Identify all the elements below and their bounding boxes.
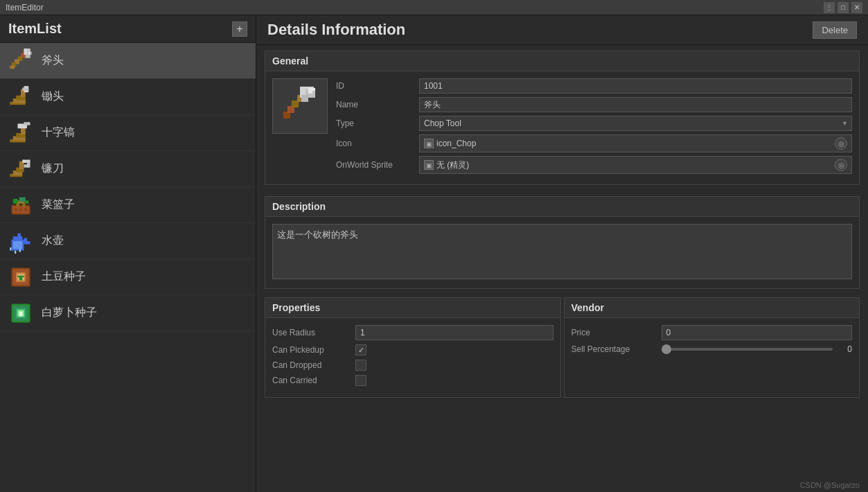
title-bar-restore-btn[interactable]: □ — [838, 2, 849, 13]
can-pickedup-label: Can Pickedup — [272, 345, 355, 355]
footer-text: CSDN @Sugarzo — [800, 481, 860, 489]
item-icon-sickle — [8, 157, 33, 182]
item-icon-axe — [8, 49, 33, 73]
svg-rect-44 — [13, 241, 23, 249]
vendor-row-sell-pct: Sell Percentage 0 — [572, 344, 853, 354]
general-section: General — [265, 51, 860, 185]
item-label-7: 白萝卜种子 — [42, 306, 97, 320]
description-textarea[interactable] — [272, 224, 852, 279]
can-dropped-checkbox[interactable] — [355, 360, 366, 371]
title-bar-close-btn[interactable]: ✕ — [851, 2, 862, 13]
general-fields: ID Name Type — [336, 78, 852, 177]
prop-row-can-dropped: Can Dropped — [272, 360, 553, 371]
properties-section-title: Properties — [265, 298, 560, 318]
footer: CSDN @Sugarzo — [800, 481, 860, 489]
delete-button[interactable]: Delete — [813, 21, 857, 39]
icon-select-field[interactable]: ▣ icon_Chop ◎ — [419, 134, 852, 152]
svg-rect-70 — [301, 95, 308, 102]
can-dropped-label: Can Dropped — [272, 360, 355, 370]
use-radius-label: Use Radius — [272, 328, 355, 337]
onworld-circle-btn[interactable]: ◎ — [835, 159, 847, 171]
type-select-wrapper: Chop Tool Hoe Tool Pickaxe Tool Sickle T… — [419, 116, 852, 131]
svg-rect-40 — [13, 199, 18, 204]
onworld-label: OnWorld Sprite — [336, 160, 419, 170]
vendor-section: Vendor Price Sell Percentage 0 — [564, 297, 860, 398]
title-bar-menu-btn[interactable]: ⋮ — [824, 2, 835, 13]
list-item[interactable]: 斧头 — [0, 43, 256, 79]
prop-row-can-pickedup: Can Pickedup ✓ — [272, 344, 553, 355]
svg-rect-71 — [308, 91, 312, 94]
field-row-type: Type Chop Tool Hoe Tool Pickaxe Tool Sic… — [336, 116, 852, 131]
svg-rect-31 — [24, 164, 29, 168]
name-label: Name — [336, 100, 419, 109]
type-select[interactable]: Chop Tool Hoe Tool Pickaxe Tool Sickle T… — [419, 116, 852, 131]
can-carried-label: Can Carried — [272, 376, 355, 385]
icon-label: Icon — [336, 139, 419, 148]
can-pickedup-checkbox[interactable]: ✓ — [355, 344, 366, 355]
list-item[interactable]: 菜篮子 — [0, 187, 256, 223]
id-input[interactable] — [419, 78, 852, 94]
field-row-icon: Icon ▣ icon_Chop ◎ — [336, 134, 852, 152]
sidebar-header: ItemList + — [0, 15, 256, 43]
svg-rect-8 — [10, 65, 15, 69]
vendor-row-price: Price — [572, 325, 853, 340]
svg-rect-62 — [19, 311, 23, 316]
svg-rect-69 — [308, 88, 315, 91]
icon-sprite-symbol: ▣ — [424, 139, 434, 148]
price-input[interactable] — [662, 325, 853, 340]
vendor-section-title: Vendor — [565, 298, 860, 318]
sidebar-add-button[interactable]: + — [232, 21, 247, 37]
id-label: ID — [336, 81, 419, 91]
sidebar: ItemList + — [0, 15, 256, 492]
sell-pct-value: 0 — [838, 344, 852, 354]
title-bar-controls: ⋮ □ ✕ — [824, 2, 862, 13]
onworld-select-field[interactable]: ▣ 无 (精灵) ◎ — [419, 156, 852, 174]
bottom-sections: Properties Use Radius Can Pickedup ✓ Can… — [265, 297, 860, 398]
field-row-id: ID — [336, 78, 852, 94]
svg-rect-24 — [24, 122, 30, 125]
name-value-wrapper — [419, 97, 852, 112]
svg-rect-34 — [15, 208, 18, 211]
item-icon-hoe — [8, 85, 33, 109]
prop-row-use-radius: Use Radius — [272, 325, 553, 340]
svg-rect-11 — [26, 55, 30, 58]
list-item[interactable]: 镰刀 — [0, 151, 256, 187]
item-icon-watering — [8, 229, 33, 254]
item-icon-radish-seed — [8, 301, 33, 326]
sidebar-scroll[interactable]: 斧头 锄头 — [0, 43, 256, 492]
onworld-select-inner: ▣ 无 (精灵) — [424, 159, 469, 171]
item-label-0: 斧头 — [42, 53, 64, 68]
item-label-3: 镰刀 — [42, 161, 64, 176]
list-item[interactable]: 白萝卜种子 — [0, 295, 256, 331]
svg-rect-46 — [24, 238, 28, 243]
onworld-sprite-symbol: ▣ — [424, 160, 434, 170]
description-section: Description — [265, 196, 860, 289]
slider-thumb[interactable] — [662, 344, 671, 354]
svg-rect-36 — [24, 208, 28, 211]
item-icon-basket — [8, 193, 33, 218]
svg-rect-51 — [19, 249, 21, 252]
field-row-onworld: OnWorld Sprite ▣ 无 (精灵) ◎ — [336, 156, 852, 174]
icon-circle-btn[interactable]: ◎ — [835, 137, 847, 150]
icon-value: icon_Chop — [436, 139, 476, 148]
svg-rect-49 — [10, 247, 11, 251]
item-label-2: 十字镐 — [42, 125, 75, 140]
slider-track[interactable] — [662, 348, 833, 351]
item-label-6: 土豆种子 — [42, 270, 86, 284]
list-item[interactable]: 水壶 — [0, 223, 256, 259]
item-label-4: 菜篮子 — [42, 197, 75, 212]
list-item[interactable]: 锄头 — [0, 79, 256, 115]
item-label-5: 水壶 — [42, 234, 64, 248]
use-radius-input[interactable] — [355, 325, 553, 340]
type-label: Type — [336, 118, 419, 128]
list-item[interactable]: 十字镐 — [0, 115, 256, 151]
name-input[interactable] — [419, 97, 852, 112]
list-item[interactable]: 土豆种子 — [0, 259, 256, 295]
item-icon-pickaxe — [8, 121, 33, 146]
can-carried-checkbox[interactable] — [355, 375, 366, 386]
svg-rect-12 — [28, 51, 32, 55]
title-bar-label: ItemEditor — [6, 3, 44, 12]
item-preview — [272, 78, 328, 134]
title-bar: ItemEditor ⋮ □ ✕ — [0, 0, 868, 15]
right-panel: Details Information Delete General — [256, 15, 868, 492]
